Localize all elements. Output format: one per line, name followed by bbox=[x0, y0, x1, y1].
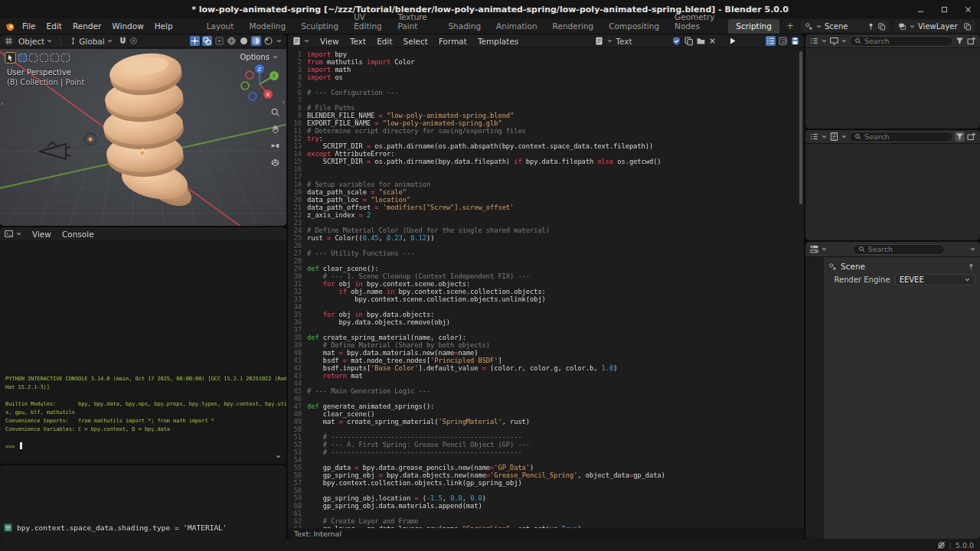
editor-type-icon[interactable] bbox=[4, 36, 14, 46]
xray-toggle-icon[interactable] bbox=[214, 36, 224, 46]
outliner-editor-icon[interactable] bbox=[809, 36, 819, 46]
run-script-button[interactable] bbox=[727, 36, 737, 46]
pan-icon[interactable] bbox=[270, 124, 280, 134]
filter-icon[interactable] bbox=[955, 36, 965, 46]
outliner-editor-icon[interactable] bbox=[809, 132, 819, 142]
console-prompt[interactable]: >>> bbox=[5, 442, 283, 452]
pin-icon[interactable] bbox=[867, 22, 875, 31]
orientation-dropdown[interactable]: Global bbox=[66, 36, 116, 47]
properties-search-input[interactable]: Search bbox=[853, 244, 945, 255]
tab-texture-paint[interactable]: Texture Paint bbox=[390, 10, 440, 34]
blendfile-tree bbox=[805, 144, 980, 146]
menu-view[interactable]: View bbox=[315, 35, 345, 47]
move-tool[interactable] bbox=[61, 54, 70, 62]
display-mode-icon[interactable] bbox=[829, 36, 839, 46]
pin-icon[interactable] bbox=[967, 262, 975, 271]
camera-object[interactable] bbox=[38, 139, 72, 165]
minimize-button[interactable] bbox=[916, 5, 925, 14]
tab-sculpting[interactable]: Sculpting bbox=[293, 19, 346, 34]
shading-solid-icon[interactable] bbox=[239, 36, 249, 46]
maximize-button[interactable] bbox=[940, 5, 949, 14]
camera-view-icon[interactable] bbox=[270, 141, 280, 151]
shading-rendered-icon[interactable] bbox=[263, 36, 273, 46]
menu-file[interactable]: File bbox=[17, 20, 41, 32]
info-log-row[interactable]: bpy.context.space_data.shading.type = 'M… bbox=[3, 523, 227, 533]
new-collection-icon[interactable] bbox=[966, 132, 976, 142]
select-box-tool[interactable] bbox=[18, 54, 27, 62]
menu-templates[interactable]: Templates bbox=[472, 35, 524, 47]
select-circle-tool[interactable] bbox=[29, 54, 38, 62]
chevron-down-icon[interactable] bbox=[969, 246, 976, 253]
select-lasso-tool[interactable] bbox=[40, 54, 48, 62]
snap-icon[interactable] bbox=[118, 36, 128, 46]
outliner-search-input[interactable]: Search bbox=[849, 36, 953, 47]
tab-rendering[interactable]: Rendering bbox=[545, 19, 602, 34]
tab-animation[interactable]: Animation bbox=[488, 19, 545, 34]
tab-scripting[interactable]: Scripting bbox=[728, 19, 779, 34]
close-button[interactable] bbox=[964, 5, 972, 14]
new-viewlayer-icon[interactable] bbox=[963, 22, 972, 31]
code-line: 42 bsdf.inputs['Base Color'].default_val… bbox=[288, 364, 804, 372]
toolbar-toggle[interactable]: › bbox=[1, 99, 4, 107]
gizmos-toggle-icon[interactable] bbox=[190, 36, 200, 46]
menu-window[interactable]: Window bbox=[106, 20, 149, 32]
code-text: clear_scene() bbox=[307, 410, 374, 418]
navigation-gizmo[interactable]: Z Y X bbox=[239, 61, 280, 103]
text-datablock-name[interactable]: Text bbox=[616, 37, 669, 46]
new-collection-icon[interactable] bbox=[966, 36, 976, 46]
select-tool-button[interactable] bbox=[5, 52, 16, 64]
line-numbers-toggle-icon[interactable] bbox=[766, 36, 776, 46]
scene-selector[interactable]: Scene bbox=[801, 20, 890, 32]
filter-icon[interactable] bbox=[955, 132, 965, 142]
tab-modeling[interactable]: Modeling bbox=[241, 19, 293, 34]
menu-view[interactable]: View bbox=[27, 228, 57, 240]
zoom-icon[interactable] bbox=[270, 107, 280, 117]
sidebar-toggle[interactable]: ‹ bbox=[282, 98, 285, 106]
scroll-down-icon[interactable] bbox=[275, 453, 282, 460]
tab-uv-editing[interactable]: UV Editing bbox=[346, 10, 390, 34]
menu-edit[interactable]: Edit bbox=[41, 20, 67, 32]
viewlayer-selector[interactable]: ViewLayer bbox=[894, 20, 975, 32]
tab-shading[interactable]: Shading bbox=[440, 19, 488, 34]
word-wrap-toggle-icon[interactable] bbox=[778, 36, 788, 46]
tab-layout[interactable]: Layout bbox=[199, 19, 242, 34]
syntax-highlight-toggle-icon[interactable] bbox=[790, 36, 800, 46]
spring-object[interactable] bbox=[90, 51, 207, 213]
new-text-icon[interactable] bbox=[684, 36, 694, 46]
properties-editor-icon[interactable] bbox=[809, 244, 819, 254]
shading-material-icon[interactable] bbox=[251, 36, 261, 46]
tab-geometry-nodes[interactable]: Geometry Nodes bbox=[667, 10, 728, 34]
menu-render[interactable]: Render bbox=[67, 20, 106, 32]
cursor-tool[interactable] bbox=[51, 54, 59, 62]
blendfile-search-input[interactable]: Search bbox=[849, 132, 953, 142]
menu-format[interactable]: Format bbox=[433, 35, 472, 47]
fake-user-icon[interactable] bbox=[671, 36, 681, 46]
open-text-icon[interactable] bbox=[696, 36, 706, 46]
info-log-area[interactable]: bpy.context.space_data.shading.type = 'M… bbox=[0, 465, 286, 539]
code-area[interactable]: 1import bpy2from mathutils import Color3… bbox=[288, 49, 804, 528]
editor-scrollbar[interactable] bbox=[799, 51, 802, 204]
menu-console[interactable]: Console bbox=[57, 228, 100, 240]
new-scene-icon[interactable] bbox=[877, 22, 886, 31]
ortho-toggle-icon[interactable] bbox=[270, 158, 280, 168]
code-text bbox=[307, 165, 311, 173]
add-workspace-button[interactable]: + bbox=[780, 21, 800, 31]
mode-dropdown[interactable]: Object bbox=[15, 36, 56, 47]
tab-compositing[interactable]: Compositing bbox=[601, 19, 667, 34]
console-area[interactable]: PYTHON INTERACTIVE CONSOLE 3.14.0 (main,… bbox=[0, 242, 286, 464]
overlays-toggle-icon[interactable] bbox=[202, 36, 212, 46]
proportional-edit-icon[interactable] bbox=[129, 37, 138, 45]
viewport-canvas[interactable]: Options User Perspective (8) Collection … bbox=[0, 49, 286, 226]
menu-text[interactable]: Text bbox=[345, 35, 371, 47]
display-mode-icon[interactable] bbox=[829, 132, 839, 142]
options-dropdown[interactable]: Options bbox=[240, 53, 279, 61]
shading-wireframe-icon[interactable] bbox=[227, 36, 237, 46]
menu-edit[interactable]: Edit bbox=[371, 35, 397, 47]
unlink-text-icon[interactable] bbox=[708, 37, 717, 45]
editor-type-icon[interactable] bbox=[292, 36, 302, 46]
menu-help[interactable]: Help bbox=[149, 20, 178, 32]
menu-select[interactable]: Select bbox=[398, 35, 433, 47]
render-engine-dropdown[interactable]: EEVEE bbox=[895, 274, 975, 285]
console-editor-icon[interactable] bbox=[4, 229, 14, 239]
code-line: 29def clear_scene(): bbox=[288, 265, 804, 272]
